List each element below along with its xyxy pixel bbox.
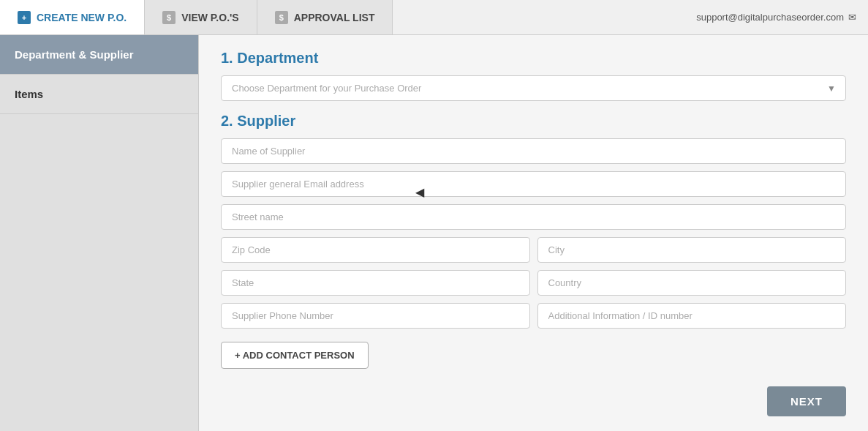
view-pos-icon: $ <box>162 11 176 24</box>
country-input[interactable] <box>537 270 847 296</box>
approval-icon: $ <box>275 11 288 24</box>
next-button[interactable]: NEXT <box>767 386 846 416</box>
phone-additional-row <box>221 303 846 329</box>
add-contact-label: + ADD CONTACT PERSON <box>235 350 355 361</box>
tab-approval-list[interactable]: $ APPROVAL LIST <box>257 0 393 34</box>
tab-create-new-po[interactable]: + CREATE NEW P.O. <box>0 0 145 34</box>
supplier-email-input[interactable] <box>221 171 846 197</box>
supplier-name-group <box>221 138 846 164</box>
department-select[interactable]: Choose Department for your Purchase Orde… <box>221 75 846 101</box>
top-navigation: + CREATE NEW P.O. $ VIEW P.O.'S $ APPROV… <box>0 0 868 35</box>
department-select-wrapper: Choose Department for your Purchase Orde… <box>221 75 846 101</box>
city-input[interactable] <box>537 237 847 263</box>
department-section: 1. Department Choose Department for your… <box>221 50 846 101</box>
street-group <box>221 204 846 230</box>
tab-view-pos[interactable]: $ VIEW P.O.'S <box>145 0 257 34</box>
supplier-email-group <box>221 171 846 197</box>
add-contact-person-button[interactable]: + ADD CONTACT PERSON <box>221 342 369 369</box>
create-po-icon: + <box>18 11 31 24</box>
nav-email-area: support@digitalpurchaseorder.com ✉ <box>684 0 868 34</box>
email-icon: ✉ <box>848 12 856 23</box>
supplier-name-input[interactable] <box>221 138 846 164</box>
department-title: 1. Department <box>221 50 846 67</box>
approval-label: APPROVAL LIST <box>294 12 375 23</box>
sidebar: Department & Supplier Items <box>0 35 199 431</box>
email-address: support@digitalpurchaseorder.com <box>696 12 844 23</box>
supplier-title: 2. Supplier <box>221 113 846 130</box>
phone-input[interactable] <box>221 303 530 329</box>
next-label: NEXT <box>790 395 823 408</box>
state-input[interactable] <box>221 270 530 296</box>
state-country-row <box>221 270 846 296</box>
view-pos-label: VIEW P.O.'S <box>181 12 239 23</box>
zip-city-row <box>221 237 846 263</box>
supplier-section: 2. Supplier <box>221 113 846 329</box>
zip-input[interactable] <box>221 237 530 263</box>
nav-spacer <box>393 0 684 34</box>
sidebar-item-dept-supplier[interactable]: Department & Supplier <box>0 35 198 75</box>
street-input[interactable] <box>221 204 846 230</box>
create-po-label: CREATE NEW P.O. <box>37 12 127 23</box>
content-area: ◀ 1. Department Choose Department for yo… <box>199 35 868 431</box>
sidebar-item-items[interactable]: Items <box>0 75 198 114</box>
main-layout: Department & Supplier Items ◀ 1. Departm… <box>0 35 868 431</box>
additional-info-input[interactable] <box>537 303 847 329</box>
